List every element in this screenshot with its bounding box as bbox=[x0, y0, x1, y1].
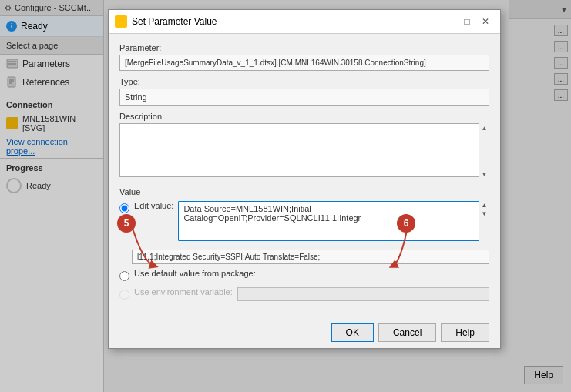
value-section-label: Value bbox=[119, 187, 489, 196]
value-section: Value Edit value: Data Source=MNL1581WIN… bbox=[119, 187, 489, 301]
value-scroll-down-icon[interactable]: ▼ bbox=[479, 209, 489, 218]
default-value-label: Use default value from package: bbox=[134, 269, 256, 278]
maximize-button[interactable]: □ bbox=[458, 15, 475, 28]
env-variable-radio bbox=[119, 290, 129, 300]
modal-titlebar: Set Parameter Value ─ □ ✕ bbox=[109, 10, 500, 34]
env-variable-label: Use environment variable: bbox=[134, 287, 233, 297]
parameter-label: Parameter: bbox=[119, 43, 489, 52]
parameter-input bbox=[119, 55, 489, 71]
modal-title-icon bbox=[115, 15, 127, 28]
modal-footer: OK Cancel Help bbox=[109, 317, 500, 348]
edit-value-textarea[interactable]: Data Source=MNL1581WIN;Initial Catalog=O… bbox=[178, 201, 489, 241]
annotation-5: 5 bbox=[117, 214, 136, 233]
cancel-button[interactable]: Cancel bbox=[378, 323, 436, 342]
close-button[interactable]: ✕ bbox=[477, 15, 494, 28]
set-parameter-dialog: Set Parameter Value ─ □ ✕ Parameter: Typ… bbox=[108, 9, 501, 349]
description-textarea[interactable] bbox=[119, 123, 489, 177]
ok-button[interactable]: OK bbox=[331, 323, 374, 342]
default-value-radio[interactable] bbox=[119, 271, 129, 281]
value-scroll-up-icon[interactable]: ▲ bbox=[479, 201, 489, 209]
description-wrapper: ▲ ▼ bbox=[119, 123, 489, 179]
env-variable-row: Use environment variable: bbox=[119, 287, 489, 301]
description-scrollbar: ▲ ▼ bbox=[479, 123, 489, 179]
env-variable-input bbox=[237, 287, 489, 301]
description-label: Description: bbox=[119, 112, 489, 121]
scroll-down-icon[interactable]: ▼ bbox=[480, 169, 489, 179]
annotation-6: 6 bbox=[397, 214, 415, 233]
edit-value-row: Edit value: Data Source=MNL1581WIN;Initi… bbox=[119, 201, 489, 243]
modal-body: Parameter: Type: Description: ▲ ▼ Value bbox=[109, 34, 500, 317]
window-controls: ─ □ ✕ bbox=[440, 15, 494, 28]
edit-value-label: Edit value: bbox=[134, 201, 173, 210]
connection-string-partial: l11.1;Integrated Security=SSPI;Auto Tran… bbox=[132, 250, 489, 264]
value-textarea-wrapper: Data Source=MNL1581WIN;Initial Catalog=O… bbox=[178, 201, 489, 243]
modal-title: Set Parameter Value bbox=[115, 15, 217, 28]
edit-value-radio[interactable] bbox=[119, 203, 129, 213]
type-input bbox=[119, 89, 489, 106]
default-value-row: Use default value from package: bbox=[119, 269, 489, 281]
modal-title-text: Set Parameter Value bbox=[132, 16, 217, 27]
minimize-button[interactable]: ─ bbox=[440, 15, 457, 28]
scroll-up-icon[interactable]: ▲ bbox=[480, 123, 489, 133]
help-button[interactable]: Help bbox=[441, 323, 489, 342]
main-window: ⚙ Configure - SCCMt... i Ready Select a … bbox=[0, 0, 571, 392]
value-scrollbar: ▲ ▼ bbox=[479, 201, 489, 243]
type-label: Type: bbox=[119, 77, 489, 86]
